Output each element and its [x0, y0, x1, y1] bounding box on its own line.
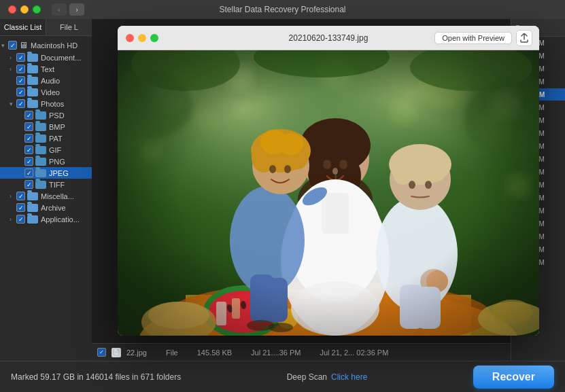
minimize-button[interactable]	[20, 5, 29, 14]
tree-item-psd[interactable]: PSD	[0, 109, 92, 121]
toggle-icon: ›	[10, 66, 16, 73]
tree-item-miscellaneous[interactable]: › Miscella...	[0, 190, 92, 202]
status-text: Marked 59.17 GB in 146014 files in 671 f…	[11, 372, 181, 382]
tree-item-text[interactable]: › Text	[0, 63, 92, 75]
tab-classic-list[interactable]: Classic List	[0, 19, 46, 35]
tree-item-video[interactable]: Video	[0, 86, 92, 98]
tree-item-gif[interactable]: GIF	[0, 144, 92, 156]
click-here-link[interactable]: Click here	[331, 372, 367, 382]
tree-item-audio[interactable]: Audio	[0, 75, 92, 86]
checkbox-psd[interactable]	[24, 111, 33, 120]
tree-label: PAT	[49, 135, 63, 143]
checkbox-applications[interactable]	[16, 215, 25, 224]
checkbox-documents[interactable]	[16, 53, 25, 62]
photo-svg	[118, 50, 539, 336]
folder-icon	[35, 169, 46, 177]
tree-item-archive[interactable]: Archive	[0, 202, 92, 213]
tree-label: Video	[41, 88, 60, 96]
checkbox-pat[interactable]	[24, 134, 33, 143]
deep-scan-label: Deep Scan	[287, 372, 327, 382]
toggle-icon: ▾	[1, 42, 8, 49]
deep-scan-section: Deep Scan Click here	[287, 372, 368, 382]
tree-label: GIF	[49, 146, 61, 154]
share-icon	[520, 33, 528, 43]
tree-item-documents[interactable]: › Document...	[0, 52, 92, 63]
checkbox-photos[interactable]	[16, 99, 25, 108]
preview-traffic-lights	[126, 34, 158, 42]
checkbox-archive[interactable]	[16, 203, 25, 212]
tree-label: JPEG	[49, 169, 69, 177]
tree-item-macintosh[interactable]: ▾ 🖥 Macintosh HD	[0, 39, 92, 52]
checkbox-audio[interactable]	[16, 76, 25, 85]
folder-icon	[27, 77, 38, 85]
folder-icon	[27, 215, 38, 224]
preview-minimize-button[interactable]	[138, 34, 146, 42]
preview-close-button[interactable]	[126, 34, 134, 42]
tree-item-jpeg[interactable]: JPEG	[0, 167, 92, 179]
preview-actions: Open with Preview	[434, 30, 532, 46]
open-with-preview-button[interactable]: Open with Preview	[434, 32, 512, 44]
checkbox-bmp[interactable]	[24, 122, 33, 131]
recover-button[interactable]: Recover	[473, 366, 554, 389]
tree-label: Applicatio...	[41, 215, 80, 224]
tree-label: BMP	[49, 123, 65, 131]
toggle-icon: ›	[10, 216, 16, 223]
share-button[interactable]	[516, 30, 532, 46]
checkbox-jpeg[interactable]	[24, 168, 33, 177]
tree-label: PSD	[49, 111, 65, 120]
svg-rect-72	[118, 50, 539, 336]
preview-window: 20210620-133749.jpg Open with Preview	[118, 26, 539, 336]
checkbox-macintosh[interactable]	[8, 41, 17, 50]
checkbox-tiff[interactable]	[24, 180, 33, 189]
checkbox-png[interactable]	[24, 157, 33, 166]
folder-icon	[35, 146, 46, 154]
traffic-lights	[8, 5, 41, 14]
sidebar-tabs: Classic List File L	[0, 19, 92, 36]
folder-icon	[27, 204, 38, 212]
tree-item-pat[interactable]: PAT	[0, 132, 92, 144]
folder-icon	[35, 111, 46, 120]
toggle-icon: ▾	[10, 101, 16, 107]
tree-label: Archive	[41, 204, 66, 212]
toggle-icon: ›	[10, 193, 16, 200]
tree-label: TIFF	[49, 181, 65, 189]
preview-image	[118, 50, 539, 336]
tab-file-list[interactable]: File L	[46, 19, 92, 35]
folder-icon	[35, 181, 46, 189]
tree-label: Macintosh HD	[31, 41, 78, 50]
fullscreen-button[interactable]	[33, 5, 41, 14]
preview-fullscreen-button[interactable]	[150, 34, 158, 42]
folder-icon	[27, 65, 38, 73]
checkbox-miscellaneous[interactable]	[16, 192, 25, 200]
tree-item-png[interactable]: PNG	[0, 156, 92, 167]
close-button[interactable]	[8, 5, 16, 14]
navigation-buttons: ‹ ›	[52, 3, 84, 16]
file-tree: ▾ 🖥 Macintosh HD › Document... › Text	[0, 36, 92, 361]
folder-icon	[27, 192, 38, 200]
title-bar: ‹ › Stellar Data Recovery Professional	[0, 0, 565, 19]
folder-icon	[27, 88, 38, 96]
tree-label: Miscella...	[41, 192, 74, 200]
preview-overlay: 20210620-133749.jpg Open with Preview	[92, 19, 565, 361]
folder-icon	[35, 135, 46, 143]
tree-label: PNG	[49, 158, 65, 166]
status-bar: Marked 59.17 GB in 146014 files in 671 f…	[0, 361, 565, 392]
tree-label: Photos	[41, 100, 64, 108]
tree-item-tiff[interactable]: TIFF	[0, 179, 92, 190]
tree-label: Text	[41, 65, 54, 73]
tree-label: Audio	[41, 77, 60, 85]
tree-label: Document...	[41, 54, 81, 62]
forward-button[interactable]: ›	[69, 3, 84, 16]
folder-icon	[27, 100, 38, 108]
preview-filename: 20210620-133749.jpg	[289, 33, 369, 43]
sidebar: Classic List File L ▾ 🖥 Macintosh HD › D…	[0, 19, 92, 361]
checkbox-text[interactable]	[16, 65, 25, 73]
tree-item-photos[interactable]: ▾ Photos	[0, 98, 92, 109]
folder-icon	[35, 123, 46, 131]
back-button[interactable]: ‹	[52, 3, 67, 16]
tree-item-bmp[interactable]: BMP	[0, 121, 92, 132]
folder-icon	[35, 158, 46, 166]
tree-item-applications[interactable]: › Applicatio...	[0, 213, 92, 225]
checkbox-video[interactable]	[16, 88, 25, 96]
checkbox-gif[interactable]	[24, 145, 33, 154]
